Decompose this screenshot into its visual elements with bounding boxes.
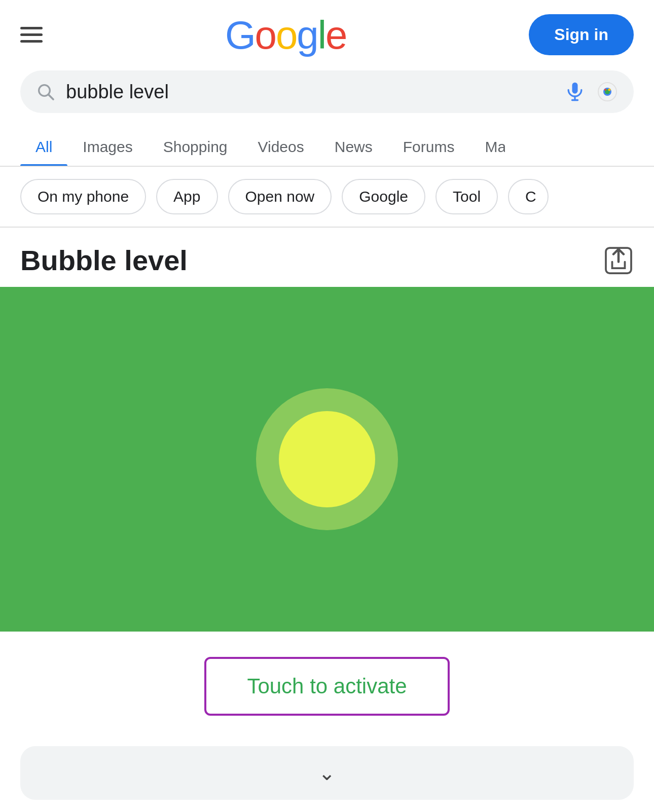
tab-all[interactable]: All — [20, 128, 67, 166]
tab-images[interactable]: Images — [67, 128, 148, 166]
logo-letter-o2: o — [276, 15, 297, 55]
chip-tool[interactable]: Tool — [435, 179, 498, 214]
bubble-inner-circle — [279, 411, 375, 507]
bubble-level-widget[interactable] — [0, 287, 654, 632]
chip-app[interactable]: App — [156, 179, 217, 214]
header: G o o g l e Sign in — [0, 0, 654, 65]
tab-forums[interactable]: Forums — [388, 128, 470, 166]
search-input[interactable] — [66, 81, 554, 103]
sign-in-button[interactable]: Sign in — [529, 14, 634, 55]
chip-google[interactable]: Google — [342, 179, 425, 214]
chip-on-my-phone[interactable]: On my phone — [20, 179, 146, 214]
activate-container: Touch to activate — [0, 632, 654, 736]
feedback-row: Feedback — [0, 810, 654, 812]
menu-icon[interactable] — [20, 27, 43, 43]
svg-point-9 — [604, 89, 606, 91]
logo-letter-e: e — [325, 15, 346, 55]
result-header: Bubble level — [0, 228, 654, 287]
search-bar — [20, 70, 634, 113]
touch-to-activate-button[interactable]: Touch to activate — [204, 657, 449, 716]
logo-letter-g2: g — [297, 15, 317, 55]
result-title: Bubble level — [20, 244, 188, 277]
logo-letter-o1: o — [255, 15, 276, 55]
tab-more[interactable]: Ma — [469, 128, 505, 166]
search-bar-container — [0, 65, 654, 123]
chip-open-now[interactable]: Open now — [228, 179, 332, 214]
tab-news[interactable]: News — [319, 128, 388, 166]
svg-rect-2 — [572, 83, 578, 94]
share-icon[interactable] — [603, 245, 634, 276]
tab-videos[interactable]: Videos — [243, 128, 319, 166]
chips-container: On my phone App Open now Google Tool C — [0, 167, 654, 228]
expand-section[interactable]: ⌄ — [20, 746, 634, 800]
svg-point-8 — [608, 89, 611, 91]
mic-icon[interactable] — [564, 81, 586, 103]
google-logo: G o o g l e — [225, 15, 347, 55]
chip-more[interactable]: C — [508, 179, 549, 214]
bubble-outer-ring — [256, 388, 398, 530]
lens-icon[interactable] — [596, 81, 619, 103]
logo-letter-g: G — [225, 15, 255, 55]
tabs-container: All Images Shopping Videos News Forums M… — [0, 123, 654, 167]
chevron-down-icon: ⌄ — [318, 761, 336, 785]
logo-letter-l: l — [318, 15, 325, 55]
svg-line-1 — [49, 95, 53, 99]
search-icon — [35, 82, 56, 102]
tab-shopping[interactable]: Shopping — [148, 128, 243, 166]
